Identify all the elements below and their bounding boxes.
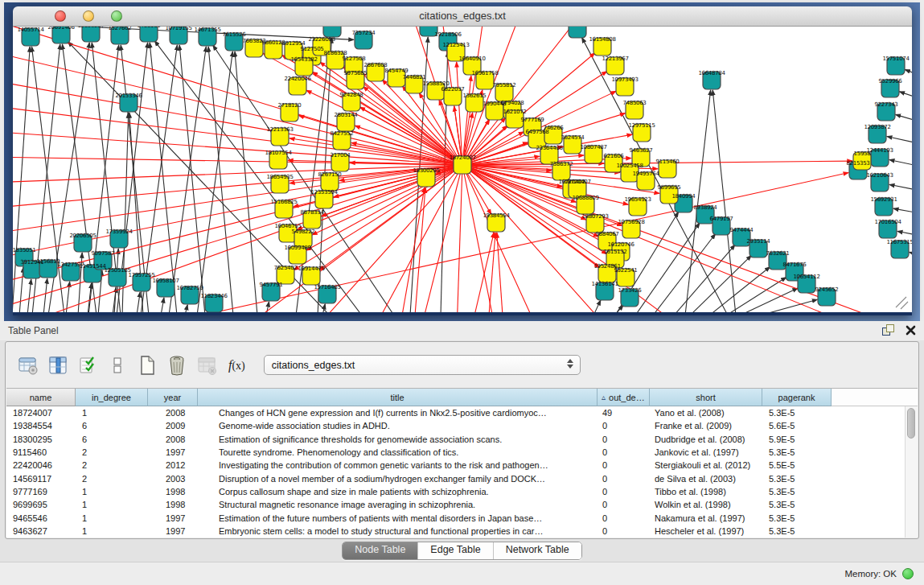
- table-cell[interactable]: 1: [76, 500, 148, 509]
- table-cell[interactable]: 0: [598, 421, 650, 431]
- table-cell[interactable]: 6: [76, 421, 148, 431]
- graph-edge[interactable]: [910, 252, 912, 259]
- table-cell[interactable]: Structural magnetic resonance image aver…: [198, 500, 598, 509]
- table-cell[interactable]: 5.3E-5: [762, 500, 832, 509]
- table-cell[interactable]: 18724007: [6, 408, 76, 418]
- table-cell[interactable]: Jankovic et al. (1997): [650, 447, 762, 457]
- function-builder-icon[interactable]: f(x): [228, 358, 245, 373]
- table-cell[interactable]: 9115460: [6, 447, 76, 457]
- graph-edge[interactable]: [760, 299, 817, 312]
- graph-edge[interactable]: [370, 165, 462, 312]
- graph-edge[interactable]: [713, 90, 736, 312]
- table-cell[interactable]: 1998: [148, 500, 198, 509]
- table-scrollbar[interactable]: [905, 406, 918, 538]
- tab-node-table[interactable]: Node Table: [343, 542, 418, 559]
- column-header-in_degree[interactable]: in_degree: [76, 389, 148, 406]
- graph-edge[interactable]: [896, 297, 906, 307]
- table-cell[interactable]: 1: [76, 408, 148, 418]
- tab-edge-table[interactable]: Edge Table: [418, 542, 493, 559]
- table-cell[interactable]: 2009: [148, 421, 198, 431]
- graph-edge[interactable]: [359, 107, 462, 165]
- graph-edge[interactable]: [901, 302, 908, 309]
- table-row[interactable]: 1830029562008Estimation of significance …: [6, 433, 918, 446]
- close-panel-icon[interactable]: [906, 325, 916, 336]
- minimize-window-button[interactable]: [83, 10, 94, 22]
- graph-edge[interactable]: [896, 114, 912, 126]
- table-cell[interactable]: 0: [598, 460, 650, 470]
- table-cell[interactable]: 5.3E-5: [762, 513, 832, 523]
- table-cell[interactable]: 5.3E-5: [762, 487, 832, 496]
- table-row[interactable]: 2242004622012Investigating the contribut…: [6, 459, 918, 472]
- table-cell[interactable]: 9777169: [6, 487, 76, 496]
- graph-edge[interactable]: [208, 47, 233, 312]
- table-row[interactable]: 946362711997Embryonic stem cells: a mode…: [6, 525, 918, 538]
- table-cell[interactable]: Tibbo et al. (1998): [650, 487, 762, 496]
- graph-edge[interactable]: [235, 51, 257, 312]
- table-cell[interactable]: Estimation of significance thresholds fo…: [198, 435, 598, 444]
- table-cell[interactable]: 2: [76, 447, 148, 457]
- network-table-select[interactable]: citations_edges.txt: [264, 355, 581, 375]
- row-height-icon[interactable]: [106, 354, 129, 377]
- table-cell[interactable]: Nakamura et al. (1997): [650, 513, 762, 523]
- table-cell[interactable]: 0: [598, 487, 650, 496]
- table-cell[interactable]: 1997: [148, 447, 198, 457]
- table-cell[interactable]: 5.6E-5: [762, 421, 832, 431]
- tab-network-table[interactable]: Network Table: [494, 542, 581, 559]
- table-cell[interactable]: 5.3E-5: [762, 447, 832, 457]
- table-cell[interactable]: Tourette syndrome. Phenomenology and cla…: [198, 447, 598, 457]
- graph-edge[interactable]: [893, 208, 912, 216]
- table-cell[interactable]: 9465546: [6, 513, 76, 523]
- table-mode-icon[interactable]: [17, 354, 39, 377]
- graph-edge[interactable]: [887, 137, 912, 146]
- table-cell[interactable]: 5.9E-5: [762, 435, 832, 444]
- graph-edge[interactable]: [137, 292, 140, 312]
- table-cell[interactable]: 9463627: [6, 526, 76, 536]
- new-document-icon[interactable]: [136, 354, 158, 377]
- graph-edge[interactable]: [889, 184, 912, 193]
- table-cell[interactable]: Embryonic stem cells: a model to study s…: [198, 526, 598, 536]
- table-cell[interactable]: 0: [598, 526, 650, 536]
- table-cell[interactable]: 0: [598, 447, 650, 457]
- table-cell[interactable]: 19384554: [6, 421, 76, 431]
- graph-edge[interactable]: [161, 298, 164, 312]
- column-header-title[interactable]: title: [198, 389, 598, 406]
- graph-edge[interactable]: [402, 187, 425, 312]
- table-scrollbar-thumb[interactable]: [907, 408, 915, 439]
- table-cell[interactable]: 18300295: [6, 435, 76, 444]
- table-cell[interactable]: 0: [598, 435, 650, 444]
- table-cell[interactable]: 22420046: [6, 460, 76, 470]
- column-header-year[interactable]: year: [148, 389, 198, 406]
- table-cell[interactable]: 1997: [148, 513, 198, 523]
- table-cell[interactable]: Stergiakouli et al. (2012): [650, 460, 762, 470]
- graph-edge[interactable]: [740, 288, 798, 312]
- table-cell[interactable]: 1: [76, 487, 148, 496]
- table-cell[interactable]: Yano et al. (2008): [650, 408, 762, 418]
- table-row[interactable]: 1872400712008Changes of HCN gene express…: [6, 406, 918, 419]
- network-canvas[interactable]: 1872400714055714206914061065328715276026…: [13, 27, 912, 312]
- graph-edge[interactable]: [462, 165, 724, 312]
- table-row[interactable]: 946554611997Estimation of the future num…: [6, 511, 918, 524]
- zoom-window-button[interactable]: [111, 10, 122, 22]
- table-cell[interactable]: 5.3E-5: [762, 474, 832, 484]
- table-cell[interactable]: 1997: [148, 526, 198, 536]
- graph-edge[interactable]: [43, 278, 47, 312]
- delete-icon[interactable]: [166, 354, 188, 377]
- graph-edge[interactable]: [889, 159, 912, 169]
- graph-edge[interactable]: [899, 92, 912, 103]
- table-cell[interactable]: 14569117: [6, 474, 76, 484]
- table-row[interactable]: 1456911722003Disruption of a novel membe…: [6, 472, 918, 484]
- table-cell[interactable]: 5.5E-5: [762, 460, 832, 470]
- table-cell[interactable]: 1: [76, 513, 148, 523]
- table-cell[interactable]: 2: [76, 474, 148, 484]
- table-cell[interactable]: 2012: [148, 460, 198, 470]
- table-cell[interactable]: 2003: [148, 474, 198, 484]
- graph-edge[interactable]: [905, 69, 912, 80]
- table-cell[interactable]: Corpus callosum shape and size in male p…: [198, 487, 598, 496]
- graph-edge[interactable]: [690, 255, 751, 312]
- graph-edge[interactable]: [462, 165, 611, 312]
- table-cell[interactable]: 6: [76, 435, 148, 444]
- graph-edge[interactable]: [497, 233, 503, 312]
- table-cell[interactable]: 0: [598, 500, 650, 509]
- column-header-name[interactable]: name: [6, 389, 76, 406]
- close-window-button[interactable]: [55, 10, 66, 22]
